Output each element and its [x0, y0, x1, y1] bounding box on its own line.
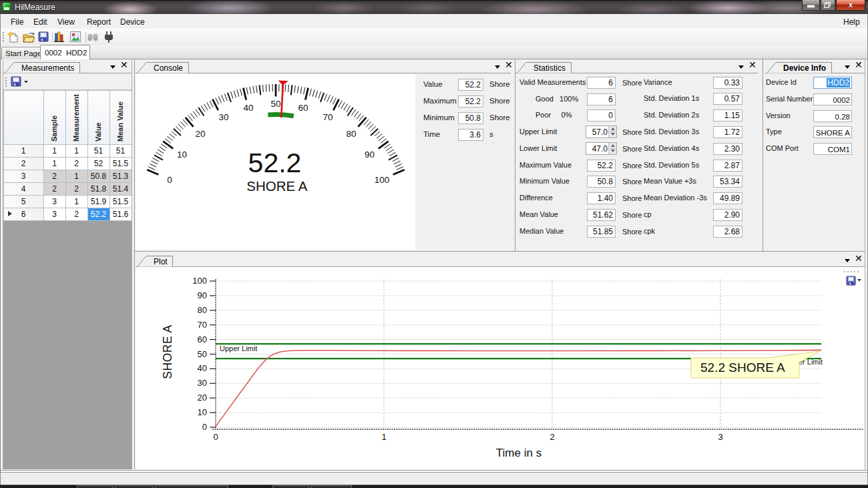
svg-text:20: 20 [198, 393, 207, 403]
svg-text:Plot: Plot [154, 257, 168, 266]
svg-text:90: 90 [365, 150, 375, 160]
svg-text:0: 0 [202, 422, 207, 432]
svg-text:10: 10 [198, 407, 207, 417]
svg-text:90: 90 [198, 290, 207, 300]
svg-text:Statistics: Statistics [533, 63, 566, 73]
svg-text:40: 40 [243, 103, 253, 113]
svg-text:30: 30 [198, 378, 207, 388]
svg-text:Console: Console [154, 63, 183, 73]
svg-text:Upper Limit: Upper Limit [220, 344, 257, 352]
svg-text:40: 40 [198, 363, 207, 373]
svg-text:52.2 SHORE A: 52.2 SHORE A [700, 360, 785, 375]
svg-text:Time in s: Time in s [496, 447, 541, 459]
svg-text:0: 0 [213, 432, 218, 442]
svg-text:50: 50 [198, 349, 207, 359]
svg-text:10: 10 [177, 150, 187, 160]
svg-text:SHORE A: SHORE A [246, 178, 307, 194]
svg-text:0: 0 [167, 175, 172, 185]
svg-text:60: 60 [198, 334, 207, 344]
svg-text:50: 50 [270, 99, 280, 109]
svg-text:2: 2 [550, 432, 554, 442]
svg-text:60: 60 [298, 103, 308, 113]
svg-text:70: 70 [198, 320, 207, 330]
svg-text:100: 100 [192, 276, 207, 286]
svg-text:80: 80 [346, 129, 356, 139]
svg-text:80: 80 [198, 305, 207, 315]
svg-text:Measurements: Measurements [21, 63, 74, 73]
svg-text:3: 3 [718, 432, 722, 442]
svg-text:100: 100 [375, 175, 390, 185]
svg-text:20: 20 [195, 129, 205, 139]
svg-text:SHORE A: SHORE A [161, 324, 174, 379]
svg-text:1: 1 [381, 432, 386, 442]
svg-text:Device Info: Device Info [783, 63, 826, 73]
svg-text:52.2: 52.2 [248, 148, 302, 178]
svg-text:70: 70 [322, 112, 333, 122]
svg-text:30: 30 [218, 112, 228, 122]
